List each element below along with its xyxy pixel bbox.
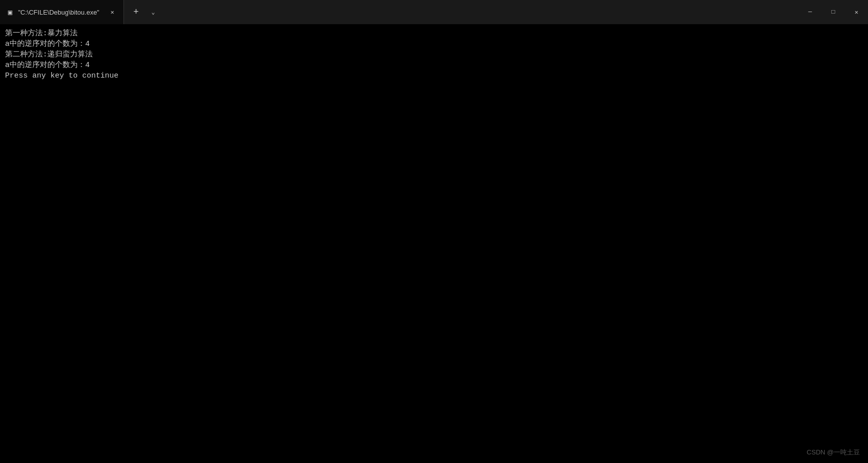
maximize-button[interactable]: □ (822, 0, 845, 24)
new-tab-button[interactable]: + (128, 4, 144, 20)
window-controls: ─ □ ✕ (798, 0, 868, 24)
tab-close-button[interactable]: ✕ (107, 7, 117, 17)
terminal-icon: ▣ (6, 8, 14, 16)
terminal-line-4: a中的逆序对的个数为：4 (5, 60, 863, 71)
tab-title: "C:\CFILE\Debug\bitou.exe" (18, 9, 99, 16)
titlebar-actions: + ⌄ (124, 4, 164, 20)
terminal-line-3: 第二种方法:递归蛮力算法 (5, 49, 863, 60)
terminal-line-1: 第一种方法:暴力算法 (5, 28, 863, 39)
titlebar: ▣ "C:\CFILE\Debug\bitou.exe" ✕ + ⌄ ─ □ ✕ (0, 0, 868, 24)
close-button[interactable]: ✕ (845, 0, 868, 24)
terminal-line-5: Press any key to continue (5, 71, 863, 81)
terminal-body: 第一种方法:暴力算法 a中的逆序对的个数为：4 第二种方法:递归蛮力算法 a中的… (0, 24, 868, 463)
dropdown-button[interactable]: ⌄ (146, 5, 160, 19)
minimize-button[interactable]: ─ (798, 0, 822, 24)
watermark: CSDN @一吨土豆 (807, 448, 860, 457)
terminal-line-2: a中的逆序对的个数为：4 (5, 39, 863, 49)
active-tab[interactable]: ▣ "C:\CFILE\Debug\bitou.exe" ✕ (0, 0, 124, 24)
